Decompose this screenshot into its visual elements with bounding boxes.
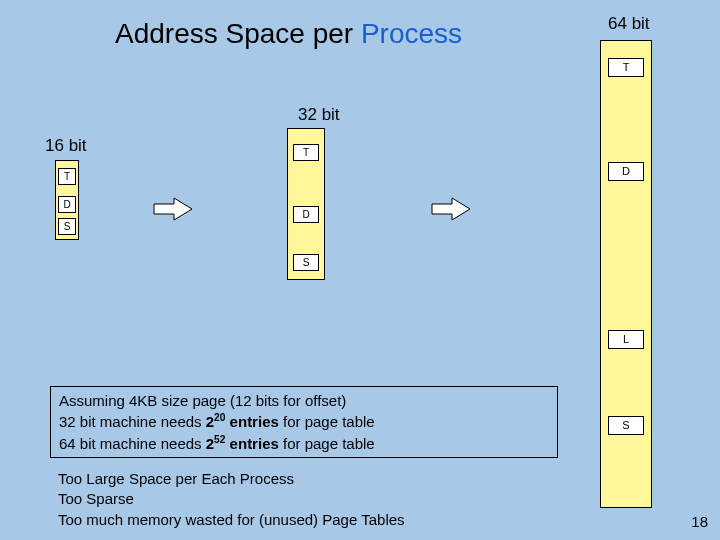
cell-16-T: T: [58, 168, 76, 185]
cell-64-S: S: [608, 416, 644, 435]
cell-64-D: D: [608, 162, 644, 181]
svg-marker-0: [154, 198, 192, 220]
title-accent: Process: [361, 18, 462, 49]
arrow-icon: [152, 196, 196, 222]
title-text: Address Space per: [115, 18, 361, 49]
page-title: Address Space per Process: [115, 18, 462, 50]
label-16bit: 16 bit: [45, 136, 87, 156]
problem-line3: Too much memory wasted for (unused) Page…: [58, 510, 550, 530]
cell-16-S: S: [58, 218, 76, 235]
assumption-box: Assuming 4KB size page (12 bits for offs…: [50, 386, 558, 458]
svg-marker-1: [432, 198, 470, 220]
label-32bit: 32 bit: [298, 105, 340, 125]
assumption-line3: 64 bit machine needs 252 entries for pag…: [59, 433, 549, 454]
cell-64-L: L: [608, 330, 644, 349]
cell-32-T: T: [293, 144, 319, 161]
problem-line2: Too Sparse: [58, 489, 550, 509]
arrow-icon: [430, 196, 474, 222]
problem-line1: Too Large Space per Each Process: [58, 469, 550, 489]
problem-box: Too Large Space per Each Process Too Spa…: [50, 465, 558, 527]
bar-64bit: [600, 40, 652, 508]
cell-32-D: D: [293, 206, 319, 223]
cell-32-S: S: [293, 254, 319, 271]
cell-64-T: T: [608, 58, 644, 77]
assumption-line2: 32 bit machine needs 220 entries for pag…: [59, 411, 549, 432]
page-number: 18: [691, 513, 708, 530]
assumption-line1: Assuming 4KB size page (12 bits for offs…: [59, 391, 549, 411]
cell-16-D: D: [58, 196, 76, 213]
label-64bit: 64 bit: [608, 14, 650, 34]
